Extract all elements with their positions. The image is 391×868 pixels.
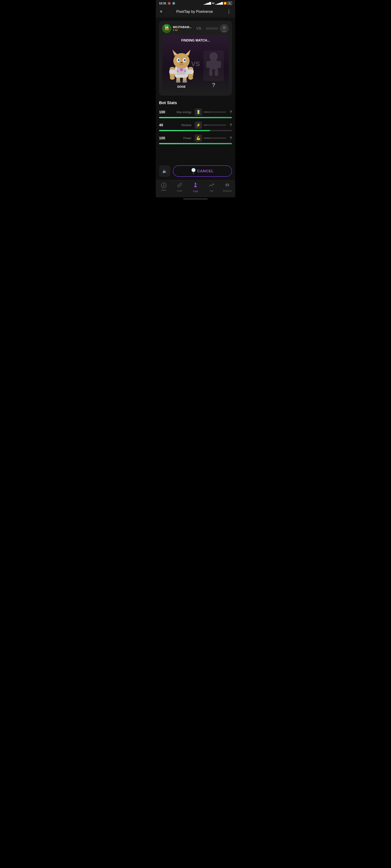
opponent-name-placeholder bbox=[206, 27, 218, 30]
battle-arena: FINDING MATCH... bbox=[162, 35, 229, 92]
svg-point-9 bbox=[223, 26, 226, 29]
timer-badge: 🕐 3 bbox=[191, 168, 196, 175]
nav-item-fight[interactable]: Fight bbox=[188, 182, 203, 193]
svg-point-35 bbox=[178, 59, 179, 61]
svg-rect-42 bbox=[209, 69, 213, 76]
opponent-energy-bar-fill bbox=[204, 112, 210, 113]
silent-icon: 🔕 bbox=[168, 2, 171, 5]
opponent-restore-bar-fill bbox=[204, 124, 207, 126]
network-type: 4G bbox=[212, 2, 215, 4]
stat-header-restore: 40 Restore ⚡ ? bbox=[159, 121, 232, 129]
spacer bbox=[159, 151, 232, 159]
invite-icon bbox=[177, 183, 182, 189]
svg-rect-14 bbox=[183, 81, 187, 83]
fight-label: Fight bbox=[193, 190, 198, 192]
opponent-power-bar-bg bbox=[204, 137, 226, 139]
rewards-icon bbox=[225, 183, 230, 189]
svg-rect-41 bbox=[217, 61, 221, 68]
power-bar-bg bbox=[159, 143, 232, 144]
bottom-actions: 🔈 🕐 3 CANCEL bbox=[156, 162, 235, 180]
stat-value-power: 100 bbox=[159, 136, 167, 141]
signal2-icon: ▁▃▅▇ bbox=[216, 2, 223, 5]
battery-display: 81 bbox=[227, 2, 232, 5]
player-details: MOJTABAM... 1 lvl bbox=[173, 25, 192, 32]
power-question: ? bbox=[228, 136, 232, 141]
player-avatar bbox=[162, 24, 171, 33]
bot-stats-title: Bot Stats bbox=[159, 100, 232, 105]
restore-bar-container bbox=[159, 130, 232, 131]
vs-card: MOJTABAM... 1 lvl VS FINDING MATCH... bbox=[159, 21, 232, 96]
earn-icon: $ bbox=[161, 183, 166, 188]
opponent-avatar bbox=[220, 24, 229, 33]
invite-label: Invite bbox=[177, 190, 182, 192]
home-indicator bbox=[156, 197, 235, 200]
energy-question: ? bbox=[228, 110, 232, 114]
restore-bar-bg bbox=[159, 130, 232, 131]
cancel-button[interactable]: 🕐 3 CANCEL bbox=[173, 165, 232, 177]
svg-rect-4 bbox=[167, 25, 168, 27]
nav-item-invite[interactable]: Invite bbox=[172, 182, 188, 193]
svg-point-24 bbox=[170, 76, 175, 80]
top-label: Top bbox=[210, 190, 213, 192]
svg-point-18 bbox=[177, 70, 179, 72]
svg-point-26 bbox=[173, 53, 190, 68]
sound-button[interactable]: 🔈 bbox=[159, 165, 170, 177]
nav-item-top[interactable]: Top bbox=[203, 182, 219, 193]
opponent-avatar-svg bbox=[220, 24, 228, 33]
avatar-svg bbox=[163, 24, 171, 33]
svg-rect-23 bbox=[188, 69, 194, 74]
stat-label-power: Power bbox=[169, 136, 191, 140]
restore-bar-fill bbox=[159, 130, 210, 131]
svg-rect-39 bbox=[210, 60, 218, 69]
stat-row-restore: 40 Restore ⚡ ? bbox=[159, 121, 232, 131]
settings-icon: ⚙️ bbox=[172, 2, 175, 5]
svg-point-45 bbox=[226, 184, 228, 185]
player-info: MOJTABAM... 1 lvl bbox=[162, 24, 192, 33]
svg-point-19 bbox=[184, 70, 186, 72]
signal-icon: ▁▃▅▇ bbox=[204, 2, 211, 5]
svg-rect-40 bbox=[206, 61, 210, 68]
power-bar-fill bbox=[159, 143, 232, 144]
vs-big: VS bbox=[191, 60, 200, 68]
svg-rect-6 bbox=[165, 29, 166, 30]
stat-value-restore: 40 bbox=[159, 123, 167, 127]
stat-label-energy: Max energy bbox=[169, 111, 191, 114]
svg-rect-2 bbox=[164, 25, 166, 27]
main-content: MOJTABAM... 1 lvl VS FINDING MATCH... bbox=[156, 18, 235, 162]
opponent-silhouette bbox=[205, 53, 222, 79]
svg-point-25 bbox=[188, 76, 193, 80]
cancel-label: CANCEL bbox=[197, 169, 214, 173]
svg-point-36 bbox=[184, 59, 186, 61]
stat-icon-restore: ⚡ bbox=[195, 121, 202, 129]
characters-row: DOGE VS bbox=[166, 45, 225, 88]
vs-label-small: VS bbox=[196, 26, 201, 31]
players-row: MOJTABAM... 1 lvl VS bbox=[162, 24, 229, 33]
rewards-label: Rewards bbox=[223, 190, 231, 192]
svg-point-38 bbox=[210, 53, 218, 61]
stat-icon-energy: 🔋 bbox=[195, 108, 202, 116]
home-bar bbox=[183, 198, 208, 199]
earn-label: Earn bbox=[161, 189, 166, 191]
app-title: PixelTap by Pixelverse bbox=[176, 9, 213, 14]
stat-icon-power: 💪 bbox=[195, 134, 202, 142]
svg-rect-7 bbox=[168, 29, 169, 30]
bot-stats-section: Bot Stats 100 Max energy 🔋 ? 40 bbox=[159, 99, 232, 151]
nav-item-rewards[interactable]: Rewards bbox=[219, 182, 235, 193]
status-bar: 12:31 🔕 ⚙️ ▁▃▅▇ 4G ▁▃▅▇ 📶 81 bbox=[156, 0, 235, 6]
menu-button[interactable]: ⋮ bbox=[226, 8, 232, 15]
svg-point-37 bbox=[180, 62, 183, 63]
power-bar-container bbox=[159, 143, 232, 144]
stat-label-restore: Restore bbox=[169, 123, 191, 127]
stat-row-energy: 100 Max energy 🔋 ? bbox=[159, 108, 232, 118]
nav-item-earn[interactable]: $ Earn bbox=[156, 182, 172, 193]
finding-match-text: FINDING MATCH... bbox=[166, 39, 225, 42]
energy-bar-bg bbox=[159, 117, 232, 118]
timer-icon: 🕐 bbox=[191, 168, 196, 172]
time-display: 12:31 bbox=[159, 2, 166, 5]
close-button[interactable]: × bbox=[159, 8, 163, 15]
opponent-power-bar-fill bbox=[204, 137, 211, 139]
player-level: 1 lvl bbox=[173, 29, 192, 32]
player-avatar-image bbox=[162, 24, 171, 33]
svg-rect-43 bbox=[215, 69, 218, 76]
opponent-restore-bar-bg bbox=[204, 124, 226, 126]
